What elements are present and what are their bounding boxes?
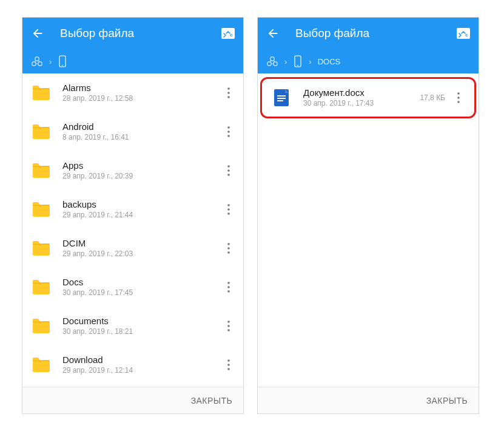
list-item[interactable]: Документ.docx 30 апр. 2019 г., 17:43 17,… <box>263 81 473 115</box>
list-item[interactable]: Documents 30 апр. 2019 г., 18:21 <box>22 307 243 345</box>
list-item[interactable]: Android 8 апр. 2019 г., 16:41 <box>22 112 243 151</box>
item-name: Документ.docx <box>303 87 420 99</box>
close-button[interactable]: ЗАКРЫТЬ <box>426 396 468 406</box>
network-root-icon[interactable] <box>31 55 43 67</box>
list-item[interactable]: Docs 30 апр. 2019 г., 17:45 <box>22 268 243 307</box>
item-size: 17,8 КБ <box>420 93 445 102</box>
item-meta: 29 апр. 2019 г., 20:39 <box>62 172 218 182</box>
folder-icon <box>31 160 52 181</box>
highlight-annotation: Документ.docx 30 апр. 2019 г., 17:43 17,… <box>260 77 476 118</box>
footer: ЗАКРЫТЬ <box>258 387 479 413</box>
item-meta: 30 апр. 2019 г., 17:43 <box>303 99 420 109</box>
item-name: backups <box>62 199 218 211</box>
item-overflow-button[interactable] <box>218 234 240 263</box>
breadcrumb-separator: › <box>49 57 52 66</box>
item-overflow-button[interactable] <box>218 117 240 146</box>
more-vert-icon <box>221 202 236 217</box>
item-meta: 29 апр. 2019 г., 12:14 <box>62 366 218 376</box>
item-overflow-button[interactable] <box>218 78 240 107</box>
item-name: Android <box>62 121 218 133</box>
item-name: Alarms <box>62 83 218 94</box>
breadcrumb-folder[interactable]: DOCS <box>318 57 341 66</box>
item-overflow-button[interactable] <box>218 350 240 379</box>
appbar: Выбор файла <box>258 18 479 49</box>
more-vert-icon <box>221 241 236 256</box>
more-vert-icon <box>221 358 236 372</box>
more-vert-icon <box>221 124 236 139</box>
folder-icon <box>31 316 52 336</box>
item-name: Download <box>62 355 218 366</box>
list-item[interactable]: Alarms 28 апр. 2019 г., 12:58 <box>22 73 243 112</box>
item-meta: 28 апр. 2019 г., 12:58 <box>62 94 218 104</box>
item-meta: 29 апр. 2019 г., 21:44 <box>62 211 218 220</box>
app-title: Выбор файла <box>60 27 221 40</box>
close-button[interactable]: ЗАКРЫТЬ <box>191 396 232 406</box>
folder-icon <box>31 121 52 142</box>
item-name: Apps <box>62 160 218 172</box>
list-item[interactable]: DCIM 29 апр. 2019 г., 22:03 <box>22 229 243 268</box>
folder-icon <box>31 238 52 259</box>
folder-icon <box>31 199 52 220</box>
more-vert-icon <box>221 319 236 333</box>
folder-icon <box>31 83 52 103</box>
breadcrumb-separator: › <box>309 57 311 66</box>
breadcrumb: › › DOCS <box>258 49 479 73</box>
back-icon[interactable] <box>31 27 44 40</box>
file-list[interactable]: Документ.docx 30 апр. 2019 г., 17:43 17,… <box>258 73 479 387</box>
device-icon[interactable] <box>58 55 67 67</box>
list-item[interactable]: Download 29 апр. 2019 г., 12:14 <box>22 345 243 384</box>
item-overflow-button[interactable] <box>218 273 240 302</box>
back-icon[interactable] <box>266 27 280 40</box>
item-name: Docs <box>62 277 218 288</box>
list-item[interactable]: Apps 29 апр. 2019 г., 20:39 <box>22 151 243 190</box>
more-vert-icon <box>221 86 236 100</box>
list-item[interactable]: backups 29 апр. 2019 г., 21:44 <box>22 190 243 229</box>
file-picker-screen-left: Выбор файла › Alarms 28 апр. 2019 г., 12… <box>22 17 244 414</box>
more-vert-icon <box>451 90 466 105</box>
item-meta: 30 апр. 2019 г., 18:21 <box>62 327 218 337</box>
item-overflow-button[interactable] <box>448 83 469 112</box>
storage-source-icon[interactable] <box>457 28 470 39</box>
footer: ЗАКРЫТЬ <box>22 387 243 413</box>
item-meta: 30 апр. 2019 г., 17:45 <box>62 288 218 298</box>
document-icon <box>272 87 292 108</box>
appbar: Выбор файла <box>22 18 243 49</box>
device-icon[interactable] <box>293 55 303 67</box>
item-name: Documents <box>62 316 218 327</box>
item-name: DCIM <box>62 238 218 249</box>
item-overflow-button[interactable] <box>218 195 240 224</box>
storage-source-icon[interactable] <box>221 28 235 39</box>
folder-icon <box>31 277 52 297</box>
more-vert-icon <box>221 280 236 294</box>
file-list[interactable]: Alarms 28 апр. 2019 г., 12:58 Android 8 … <box>22 73 243 387</box>
item-meta: 8 апр. 2019 г., 16:41 <box>62 133 218 143</box>
folder-icon <box>31 355 52 375</box>
breadcrumb-separator: › <box>284 57 287 66</box>
more-vert-icon <box>221 163 236 178</box>
item-meta: 29 апр. 2019 г., 22:03 <box>62 249 218 259</box>
network-root-icon[interactable] <box>266 55 278 67</box>
file-picker-screen-right: Выбор файла › › DOCS Документ.docx 30 ап… <box>257 17 479 414</box>
app-title: Выбор файла <box>295 27 457 40</box>
breadcrumb: › <box>22 49 243 73</box>
item-overflow-button[interactable] <box>218 311 240 341</box>
item-overflow-button[interactable] <box>218 156 240 185</box>
